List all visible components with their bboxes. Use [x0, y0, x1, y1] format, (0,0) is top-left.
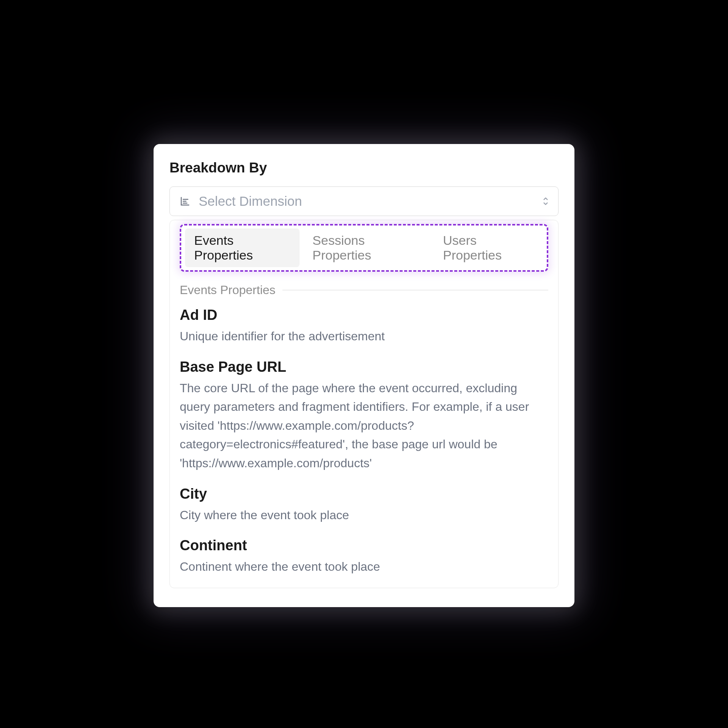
chevron-updown-icon — [542, 196, 549, 206]
tab-sessions-properties[interactable]: Sessions Properties — [303, 229, 430, 267]
property-title: Continent — [180, 537, 548, 554]
property-title: Ad ID — [180, 307, 548, 323]
breakdown-panel: Breakdown By Select Dimension — [154, 144, 574, 607]
property-tabs: Events Properties Sessions Properties Us… — [180, 224, 548, 272]
property-title: Base Page URL — [180, 359, 548, 375]
property-description: City where the event took place — [180, 506, 548, 525]
property-item-continent[interactable]: Continent Continent where the event took… — [180, 537, 548, 576]
property-item-ad-id[interactable]: Ad ID Unique identifier for the advertis… — [180, 307, 548, 346]
divider — [282, 290, 548, 290]
section-header: Events Properties — [180, 283, 548, 297]
property-description: Unique identifier for the advertisement — [180, 327, 548, 346]
tab-events-properties[interactable]: Events Properties — [185, 229, 300, 267]
dropdown-panel: Events Properties Sessions Properties Us… — [169, 220, 559, 588]
dimension-select[interactable]: Select Dimension — [169, 186, 559, 216]
property-description: The core URL of the page where the event… — [180, 379, 548, 473]
property-title: City — [180, 486, 548, 502]
tab-users-properties[interactable]: Users Properties — [434, 229, 543, 267]
select-placeholder: Select Dimension — [199, 194, 542, 209]
property-item-city[interactable]: City City where the event took place — [180, 486, 548, 525]
property-description: Continent where the event took place — [180, 557, 548, 576]
bar-chart-icon — [179, 195, 191, 207]
panel-title: Breakdown By — [169, 160, 559, 176]
section-label: Events Properties — [180, 283, 276, 297]
property-item-base-page-url[interactable]: Base Page URL The core URL of the page w… — [180, 359, 548, 473]
